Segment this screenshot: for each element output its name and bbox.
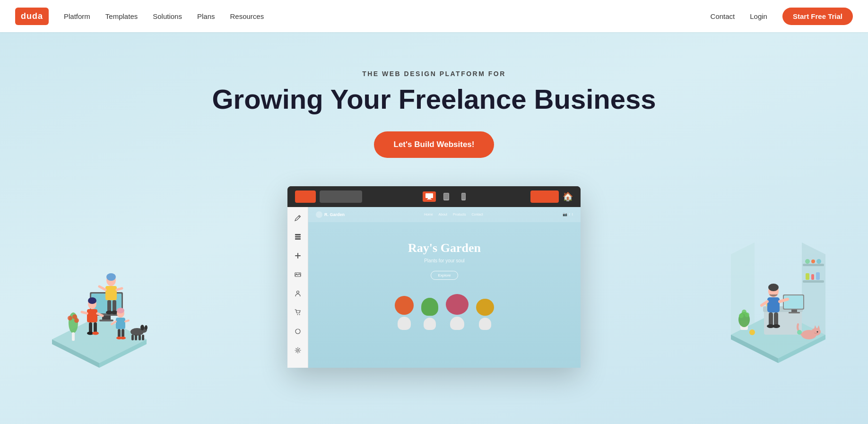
svg-point-24 <box>92 331 99 335</box>
svg-rect-12 <box>107 300 111 312</box>
nav-right: Contact Login Start Free Trial <box>711 8 853 25</box>
svg-rect-74 <box>803 264 824 266</box>
svg-rect-27 <box>116 318 125 329</box>
mini-social-links: 📷 f t <box>563 212 573 216</box>
topbar-url-bar <box>320 190 362 203</box>
tablet-device-icon[interactable] <box>440 191 453 202</box>
tool-cart[interactable] <box>293 307 303 318</box>
mini-logo: R. Garden <box>316 211 345 218</box>
plant-top-4 <box>476 299 494 316</box>
svg-rect-57 <box>295 234 301 235</box>
mobile-device-icon[interactable] <box>457 191 470 202</box>
svg-rect-18 <box>87 309 97 322</box>
svg-line-56 <box>298 216 300 217</box>
tool-layers[interactable] <box>293 232 303 242</box>
nav-templates[interactable]: Templates <box>105 12 138 20</box>
svg-rect-49 <box>427 199 432 199</box>
svg-rect-39 <box>135 335 137 340</box>
svg-rect-9 <box>105 286 117 300</box>
svg-rect-6 <box>99 320 113 321</box>
svg-point-108 <box>739 313 744 318</box>
svg-point-103 <box>817 331 818 332</box>
topbar-orange-button <box>295 190 316 203</box>
svg-point-68 <box>297 349 299 351</box>
mini-facebook-icon: f <box>569 212 570 216</box>
svg-rect-41 <box>142 335 144 340</box>
svg-point-37 <box>145 325 148 330</box>
topbar-home-icon: 🏠 <box>563 191 573 202</box>
desktop-device-icon[interactable] <box>423 191 436 202</box>
svg-rect-38 <box>131 335 134 340</box>
svg-rect-80 <box>811 274 814 280</box>
hero-section: THE WEB DESIGN PLATFORM FOR Growing Your… <box>0 32 868 424</box>
mini-website-nav: R. Garden Home About Products Contact 📷 … <box>308 207 581 222</box>
editor-mockup: 🏠 <box>287 186 581 368</box>
plant-3 <box>446 294 469 330</box>
svg-point-100 <box>811 328 821 336</box>
svg-rect-30 <box>118 329 121 337</box>
hero-title: Growing Your Freelance Business <box>212 84 656 114</box>
plant-pot-4 <box>479 318 491 330</box>
mini-nav-home: Home <box>424 213 433 216</box>
mini-nav-links: Home About Products Contact <box>424 213 483 216</box>
editor-body: R. Garden Home About Products Contact 📷 … <box>287 207 581 368</box>
left-illustration <box>38 207 156 368</box>
svg-rect-85 <box>784 295 803 309</box>
main-nav: duda Platform Templates Solutions Plans … <box>0 0 868 32</box>
editor-sidebar <box>287 207 308 368</box>
svg-rect-22 <box>94 322 97 333</box>
mini-hero: Ray's Garden Plants for your soul Explor… <box>308 222 581 289</box>
nav-plans[interactable]: Plans <box>197 12 215 20</box>
hero-subtitle: THE WEB DESIGN PLATFORM FOR <box>362 70 506 78</box>
nav-contact[interactable]: Contact <box>711 12 735 20</box>
tool-settings[interactable] <box>293 345 303 355</box>
mini-hero-cta: Explore <box>431 271 458 280</box>
svg-rect-96 <box>774 312 778 326</box>
svg-rect-13 <box>113 300 116 312</box>
svg-rect-21 <box>89 322 92 333</box>
nav-platform[interactable]: Platform <box>64 12 90 20</box>
plant-top-1 <box>395 296 414 315</box>
svg-rect-79 <box>806 273 809 280</box>
topbar-left <box>295 190 362 203</box>
svg-point-36 <box>140 325 144 330</box>
tool-person[interactable] <box>293 288 303 299</box>
nav-login[interactable]: Login <box>750 12 767 20</box>
topbar-device-switcher <box>423 191 470 202</box>
svg-rect-40 <box>139 335 141 340</box>
mini-plants-row <box>308 294 581 330</box>
svg-rect-95 <box>769 312 773 326</box>
tool-pencil[interactable] <box>293 213 303 223</box>
svg-point-46 <box>74 318 79 323</box>
nav-solutions[interactable]: Solutions <box>153 12 182 20</box>
mini-logo-icon <box>316 211 322 218</box>
logo[interactable]: duda <box>15 8 49 25</box>
svg-point-44 <box>68 316 72 320</box>
svg-rect-51 <box>444 193 449 199</box>
svg-rect-86 <box>791 310 797 312</box>
nav-resources[interactable]: Resources <box>230 12 264 20</box>
mini-instagram-icon: 📷 <box>563 212 567 216</box>
tool-media[interactable] <box>293 269 303 280</box>
svg-point-33 <box>120 337 126 339</box>
svg-point-63 <box>296 274 297 275</box>
svg-line-19 <box>82 312 87 313</box>
tool-add[interactable] <box>293 251 303 261</box>
svg-point-78 <box>816 259 821 264</box>
svg-line-10 <box>99 286 105 290</box>
mini-nav-about: About <box>439 213 447 216</box>
svg-rect-59 <box>295 238 301 240</box>
plant-1 <box>395 296 414 330</box>
plant-4 <box>476 299 494 330</box>
topbar-right: 🏠 <box>530 190 573 203</box>
plant-top-3 <box>446 294 469 315</box>
svg-rect-47 <box>425 193 433 198</box>
tool-circle[interactable] <box>293 326 303 337</box>
hero-cta-button[interactable]: Let's Build Websites! <box>374 131 495 158</box>
svg-point-112 <box>749 329 755 335</box>
svg-point-26 <box>117 308 124 313</box>
nav-start-free-trial[interactable]: Start Free Trial <box>782 8 853 25</box>
plant-2 <box>421 298 438 330</box>
svg-point-15 <box>111 311 118 314</box>
svg-rect-92 <box>767 297 780 312</box>
